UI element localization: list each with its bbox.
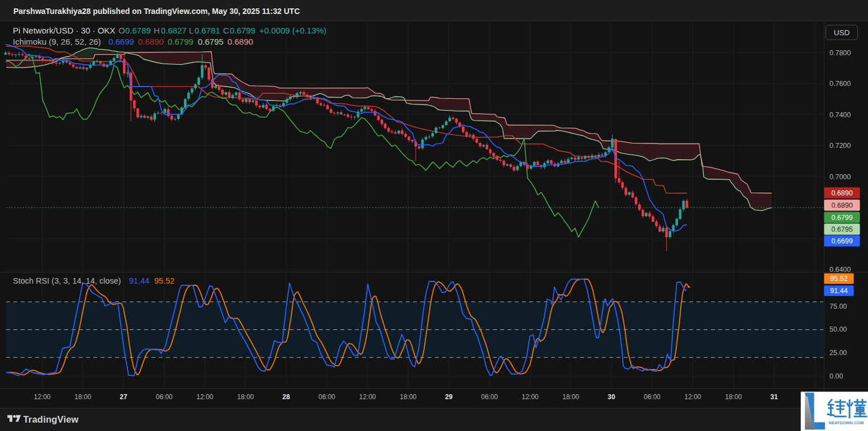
- svg-text:0.6890: 0.6890: [831, 189, 852, 197]
- svg-text:Stoch RSI (3, 3, 14, 14, close: Stoch RSI (3, 3, 14, 14, close): [13, 276, 121, 285]
- svg-text:06:00: 06:00: [644, 393, 661, 401]
- svg-text:29: 29: [445, 393, 453, 401]
- svg-text:O: O: [118, 26, 125, 35]
- svg-text:95.52: 95.52: [830, 275, 847, 282]
- svg-text:USD: USD: [834, 28, 850, 37]
- svg-text:12:00: 12:00: [359, 393, 376, 401]
- svg-text:91.44: 91.44: [830, 287, 847, 295]
- svg-text:0.6699: 0.6699: [108, 37, 134, 46]
- svg-text:0.6799: 0.6799: [230, 26, 255, 35]
- svg-text:12:00: 12:00: [34, 393, 50, 401]
- svg-text:75.00: 75.00: [829, 303, 847, 310]
- svg-text:06:00: 06:00: [319, 393, 335, 401]
- svg-text:+0.0009 (+0.13%): +0.0009 (+0.13%): [259, 26, 326, 35]
- svg-text:31: 31: [770, 393, 778, 401]
- svg-text:0.6799: 0.6799: [168, 37, 193, 46]
- svg-text:0.6400: 0.6400: [829, 266, 851, 274]
- svg-text:18:00: 18:00: [725, 393, 742, 401]
- svg-text:18:00: 18:00: [400, 393, 416, 401]
- svg-text:NEATDOWN.COM: NEATDOWN.COM: [829, 420, 864, 425]
- svg-text:0.6795: 0.6795: [198, 37, 224, 46]
- svg-text:0.7200: 0.7200: [829, 142, 851, 150]
- svg-text:0.6781: 0.6781: [195, 26, 220, 35]
- svg-text:18:00: 18:00: [562, 393, 579, 401]
- svg-text:0.6890: 0.6890: [227, 37, 253, 46]
- svg-text:0.6699: 0.6699: [831, 237, 852, 245]
- svg-text:95.52: 95.52: [154, 276, 174, 285]
- svg-text:0.00: 0.00: [829, 372, 843, 380]
- svg-text:0.6827: 0.6827: [161, 26, 187, 35]
- svg-text:0.7000: 0.7000: [829, 173, 851, 181]
- svg-text:L: L: [189, 26, 193, 35]
- svg-text:27: 27: [120, 393, 127, 401]
- svg-text:TradingView: TradingView: [23, 414, 79, 424]
- svg-text:18:00: 18:00: [74, 393, 91, 401]
- svg-text:0.6789: 0.6789: [125, 26, 151, 35]
- svg-text:30: 30: [608, 393, 615, 401]
- svg-text:06:00: 06:00: [156, 393, 173, 401]
- svg-text:50.00: 50.00: [829, 325, 847, 333]
- svg-text:25.00: 25.00: [829, 349, 847, 357]
- svg-text:H: H: [154, 26, 160, 35]
- svg-text:0.7400: 0.7400: [829, 111, 851, 119]
- svg-text:12:00: 12:00: [196, 393, 213, 401]
- svg-text:12:00: 12:00: [521, 393, 538, 401]
- svg-text:0.7800: 0.7800: [829, 49, 851, 57]
- svg-text:ParshwaTurakhiya28 published o: ParshwaTurakhiya28 published on TradingV…: [13, 7, 300, 16]
- svg-text:0.6795: 0.6795: [831, 226, 852, 233]
- svg-text:0.6890: 0.6890: [831, 202, 852, 209]
- svg-text:28: 28: [282, 393, 290, 401]
- svg-text:0.7600: 0.7600: [829, 80, 851, 88]
- svg-text:C: C: [223, 26, 229, 35]
- svg-text:Ichimoku (9, 26, 52, 26): Ichimoku (9, 26, 52, 26): [13, 37, 101, 46]
- svg-text:18:00: 18:00: [237, 393, 254, 401]
- svg-text:12:00: 12:00: [684, 393, 701, 401]
- svg-text:91.44: 91.44: [129, 276, 149, 285]
- svg-text:0.6799: 0.6799: [831, 214, 852, 222]
- svg-text:0.6890: 0.6890: [138, 37, 164, 46]
- svg-text:Pi Network/USD · 30 · OKX: Pi Network/USD · 30 · OKX: [13, 26, 115, 35]
- svg-text:06:00: 06:00: [481, 393, 498, 401]
